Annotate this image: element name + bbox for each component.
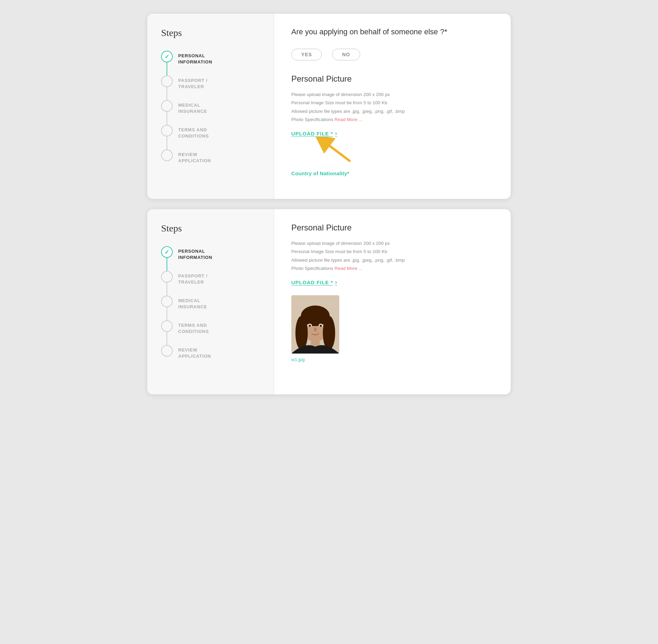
checkmark-personal-bottom: ✓	[164, 249, 169, 256]
main-content-top: Are you applying on behalf of someone el…	[274, 14, 511, 199]
step-connector-terms-bottom	[161, 320, 173, 345]
step-item-personal-top[interactable]: ✓ PERSONAL INFORMATION	[161, 51, 264, 75]
photo-filename-bottom: w1.jpg	[291, 357, 305, 362]
step-circle-review-bottom	[161, 345, 173, 357]
step-line-medical-bottom	[167, 307, 167, 320]
step-line-personal-top	[167, 62, 167, 75]
step-label-terms-top: TERMS AND CONDITIONS	[178, 125, 209, 139]
step-connector-personal-top: ✓	[161, 51, 173, 75]
step-connector-passport-bottom	[161, 271, 173, 296]
sidebar-title-bottom: Steps	[161, 223, 264, 234]
chevron-icon-top: ›	[335, 130, 338, 137]
read-more-link-bottom[interactable]: Read More ...	[334, 266, 363, 271]
step-circle-passport-top	[161, 75, 173, 87]
upload-link-bottom[interactable]: UPLOAD FILE * ›	[291, 279, 337, 286]
steps-list-top: ✓ PERSONAL INFORMATION PASSPORT / TRAVEL…	[161, 51, 264, 164]
step-circle-personal-bottom: ✓	[161, 246, 173, 258]
step-item-terms-bottom[interactable]: TERMS AND CONDITIONS	[161, 320, 264, 345]
chevron-icon-bottom: ›	[335, 279, 338, 286]
step-item-review-top[interactable]: REVIEW APPLICATION	[161, 150, 264, 164]
step-line-passport-bottom	[167, 283, 167, 296]
photo-preview-bottom: w1.jpg	[291, 295, 494, 362]
step-line-medical-top	[167, 112, 167, 125]
step-circle-terms-top	[161, 125, 173, 136]
step-circle-medical-top	[161, 100, 173, 112]
step-label-personal-top: PERSONAL INFORMATION	[178, 51, 212, 65]
checkmark-personal-top: ✓	[164, 53, 169, 60]
step-connector-passport-top	[161, 75, 173, 100]
no-button-top[interactable]: NO	[332, 49, 360, 60]
svg-point-11	[309, 325, 311, 327]
step-label-personal-bottom: PERSONAL INFORMATION	[178, 246, 212, 261]
person-photo	[291, 295, 339, 354]
yes-button-top[interactable]: YES	[291, 49, 322, 60]
step-line-terms-top	[167, 136, 167, 150]
upload-section-top: UPLOAD FILE * ›	[291, 130, 494, 164]
card-bottom: Steps ✓ PERSONAL INFORMATION PASSPORT /	[147, 209, 511, 394]
step-item-medical-top[interactable]: MEDICAL INSURANCE	[161, 100, 264, 125]
step-label-review-bottom: REVIEW APPLICATION	[178, 345, 211, 359]
svg-line-1	[322, 140, 350, 161]
upload-info-bottom: Please upload image of dimension 200 x 2…	[291, 239, 494, 273]
step-label-passport-top: PASSPORT / TRAVELER	[178, 75, 208, 90]
step-circle-passport-bottom	[161, 271, 173, 283]
step-circle-terms-bottom	[161, 320, 173, 332]
upload-info-top: Please upload image of dimension 200 x 2…	[291, 91, 494, 124]
step-item-medical-bottom[interactable]: MEDICAL INSURANCE	[161, 296, 264, 320]
svg-point-12	[320, 325, 322, 327]
step-item-review-bottom[interactable]: REVIEW APPLICATION	[161, 345, 264, 359]
step-connector-terms-top	[161, 125, 173, 150]
step-circle-review-top	[161, 150, 173, 161]
steps-list-bottom: ✓ PERSONAL INFORMATION PASSPORT / TRAVEL…	[161, 246, 264, 359]
step-label-review-top: REVIEW APPLICATION	[178, 150, 211, 164]
arrow-annotation-top	[312, 137, 353, 164]
step-item-passport-top[interactable]: PASSPORT / TRAVELER	[161, 75, 264, 100]
step-item-terms-top[interactable]: TERMS AND CONDITIONS	[161, 125, 264, 150]
svg-point-13	[314, 327, 317, 332]
step-connector-review-top	[161, 150, 173, 161]
country-label-top: Country of Nationality*	[291, 170, 494, 176]
step-label-terms-bottom: TERMS AND CONDITIONS	[178, 320, 209, 335]
svg-point-7	[295, 316, 308, 350]
sidebar-title-top: Steps	[161, 27, 264, 38]
section-title-top: Personal Picture	[291, 74, 494, 84]
read-more-link-top[interactable]: Read More ...	[334, 117, 363, 122]
main-content-bottom: Personal Picture Please upload image of …	[274, 209, 511, 394]
sidebar-top: Steps ✓ PERSONAL INFORMATION PASSPORT /	[147, 14, 274, 199]
step-connector-medical-bottom	[161, 296, 173, 320]
step-connector-medical-top	[161, 100, 173, 125]
upload-link-top[interactable]: UPLOAD FILE * ›	[291, 130, 337, 137]
step-circle-medical-bottom	[161, 296, 173, 307]
step-item-personal-bottom[interactable]: ✓ PERSONAL INFORMATION	[161, 246, 264, 271]
step-label-passport-bottom: PASSPORT / TRAVELER	[178, 271, 208, 285]
svg-point-8	[323, 316, 335, 350]
section-title-bottom: Personal Picture	[291, 223, 494, 232]
card-top: Steps ✓ PERSONAL INFORMATION PASSPORT /	[147, 14, 511, 199]
question-row-top: Are you applying on behalf of someone el…	[291, 27, 494, 36]
step-label-medical-top: MEDICAL INSURANCE	[178, 100, 207, 115]
step-label-medical-bottom: MEDICAL INSURANCE	[178, 296, 207, 310]
step-line-passport-top	[167, 87, 167, 100]
step-connector-review-bottom	[161, 345, 173, 357]
step-line-personal-bottom	[167, 258, 167, 271]
step-circle-personal-top: ✓	[161, 51, 173, 62]
step-item-passport-bottom[interactable]: PASSPORT / TRAVELER	[161, 271, 264, 296]
sidebar-bottom: Steps ✓ PERSONAL INFORMATION PASSPORT /	[147, 209, 274, 394]
question-text-top: Are you applying on behalf of someone el…	[291, 27, 447, 36]
step-connector-personal-bottom: ✓	[161, 246, 173, 271]
choice-buttons-top: YES NO	[291, 49, 494, 60]
step-line-terms-bottom	[167, 332, 167, 345]
